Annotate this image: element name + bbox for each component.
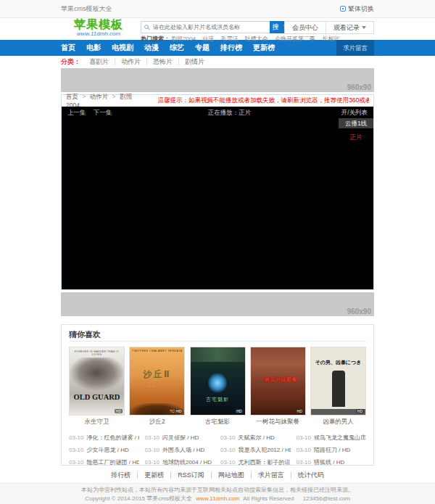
now-playing-label: 正在播放：正片 — [208, 109, 252, 117]
poster-artwork — [70, 358, 124, 391]
player-notice: 温馨提示：如果视频不能播放或者加载失败，请刷新浏览器，推荐使用360或者谷歌浏览… — [158, 96, 369, 105]
poster-tagline: FOREVER IS HARDER THAN IT LOOKS — [70, 350, 124, 356]
update-item[interactable]: 03-10闪灵侦探 / HD — [145, 431, 215, 444]
update-title: 天赋索尔 / HD — [238, 431, 274, 444]
poster-cast-line: TIMOTHEE CHALAMET ZENDAYA — [130, 350, 184, 352]
update-date: 03-10 — [220, 456, 235, 466]
category-drama[interactable]: 剧情片 — [179, 59, 210, 65]
movie-title: 沙丘2 — [129, 418, 185, 426]
breadcrumb-category[interactable]: 动作片 — [90, 93, 109, 100]
update-item[interactable]: 03-10候鸟飞龙之魔鬼山庄 / HD — [297, 431, 367, 444]
request-film-button[interactable]: 求片留言 — [336, 40, 374, 56]
prev-episode-button[interactable]: 上一集 — [67, 109, 86, 116]
chevron-down-icon — [362, 26, 366, 29]
movie-card[interactable]: TIMOTHEE CHALAMET ZENDAYA 沙丘Ⅱ IMAX 3D TC… — [129, 347, 185, 426]
quality-badge: HD — [296, 409, 304, 413]
nav-item-anime[interactable]: 动漫 — [144, 40, 159, 56]
ad-size-label: 960x90 — [347, 307, 371, 315]
update-item[interactable]: 03-10猎狐线 / HD — [297, 456, 367, 466]
nav-item-home[interactable]: 首页 — [61, 40, 75, 56]
copyright-text: Copyright © 2014-2015 苹果cms模板大全 — [85, 495, 192, 502]
nav-item-variety[interactable]: 综艺 — [170, 40, 184, 56]
movie-title: 永生守卫 — [69, 418, 125, 426]
member-box: 会员中心 观看记录 — [284, 21, 374, 34]
nav-item-latest[interactable]: 更新榜 — [253, 40, 275, 56]
update-item[interactable]: 03-10外国杀人场 / HD — [145, 444, 215, 456]
quality-badge: HD — [115, 409, 123, 413]
update-item[interactable]: 03-10陌路狂刀 / HD — [297, 444, 367, 456]
member-center-label: 会员中心 — [292, 22, 318, 33]
lang-switch-label: 繁体切换 — [348, 4, 374, 14]
toggle-playlist-button[interactable]: 开/关列表 — [341, 109, 368, 117]
update-date: 03-10 — [297, 444, 311, 456]
poster-title: 古宅魅影 — [191, 396, 245, 403]
breadcrumb-separator: > — [82, 93, 86, 100]
quality-badge: HD — [356, 409, 364, 413]
footer-link-ranking[interactable]: 排行榜 — [104, 472, 138, 479]
episode-link[interactable]: 正片 — [339, 133, 373, 142]
update-title: 猎狐线 / HD — [314, 456, 344, 466]
movie-poster: 古宅魅影 HD — [190, 347, 246, 416]
poster-title: 沙丘Ⅱ — [130, 368, 184, 381]
footer-disclaimer: 本站为非营利性站点，本站所有内容均来源于互联网相关站点自动搜索采集信息，相关链接… — [0, 486, 435, 495]
next-episode-button[interactable]: 下一集 — [94, 109, 112, 116]
footer-link-request[interactable]: 求片留言 — [252, 472, 291, 479]
footer-site-url[interactable]: www.11dmh.com — [196, 495, 239, 502]
update-title: 地球防线2004 / HD — [162, 456, 212, 466]
movie-poster: FOREVER IS HARDER THAN IT LOOKS OLD GUAR… — [69, 347, 125, 416]
category-action[interactable]: 动作片 — [115, 59, 147, 65]
category-horror[interactable]: 恐怖片 — [147, 59, 179, 65]
nav-item-ranking[interactable]: 排行榜 — [220, 40, 242, 56]
update-title: 陌路狂刀 / HD — [314, 444, 350, 456]
nav-item-movies[interactable]: 电影 — [86, 40, 101, 56]
suggestions-title: 猜你喜欢 — [69, 325, 366, 342]
episode-nav: 上一集 下一集 — [67, 109, 117, 117]
movie-card[interactable]: FOREVER IS HARDER THAN IT LOOKS OLD GUAR… — [69, 347, 125, 426]
ad-size-label: 960x90 — [347, 83, 371, 91]
update-date: 03-10 — [69, 456, 83, 466]
footer-link-stats[interactable]: 统计代码 — [291, 472, 331, 479]
update-item[interactable]: 03-10尤利西斯：影子的诅咒 / HD — [220, 456, 291, 466]
footer-link-rss[interactable]: RSS订阅 — [171, 472, 212, 479]
nav-item-tv[interactable]: 电视剧 — [112, 40, 133, 56]
breadcrumb-home[interactable]: 首页 — [66, 93, 78, 100]
category-comedy[interactable]: 喜剧片 — [83, 59, 115, 65]
movie-card[interactable]: 古宅魅影 HD 古宅魅影 — [190, 347, 246, 426]
rights-text: All Rights Reserved — [243, 495, 294, 502]
update-title: 闪灵侦探 / HD — [162, 431, 199, 444]
update-date: 03-10 — [69, 431, 83, 444]
footer-link-sitemap[interactable]: 网站地图 — [212, 472, 252, 479]
update-title: 候鸟飞龙之魔鬼山庄 / HD — [314, 431, 366, 444]
poster-title: 一树花与妹聚餐 — [251, 376, 305, 384]
update-title: 尤利西斯：影子的诅咒 / HD — [238, 456, 290, 466]
movie-poster: 一树花与妹聚餐 HD — [250, 347, 306, 416]
update-item[interactable]: 03-10险恶工厂的谜团 / HD — [69, 456, 139, 466]
video-player[interactable]: 上一集 下一集 正在播放：正片 开/关列表 云播1线 正片 — [62, 107, 373, 289]
search-icon — [144, 25, 149, 29]
update-title: 净化：红色的谜雾 / HD — [86, 431, 138, 444]
footer: 本站为非营利性站点，本站所有内容均来源于互联网相关站点自动搜索采集信息，相关链接… — [0, 483, 435, 504]
watch-history-dropdown[interactable]: 观看记录 — [326, 22, 373, 33]
header: 苹果模板 www.11dmh.com 搜 索 会员中心 观看记录 热门搜索： 剧… — [0, 18, 435, 40]
update-item[interactable]: 03-10净化：红色的谜雾 / HD — [69, 431, 139, 444]
ad-banner-bottom[interactable]: 960x90 — [61, 292, 374, 316]
member-center-link[interactable]: 会员中心 — [285, 22, 326, 33]
movie-card[interactable]: 一树花与妹聚餐 HD 一树花与妹聚餐 — [250, 347, 306, 426]
ad-banner-top[interactable]: 960x90 — [61, 68, 374, 92]
site-logo[interactable]: 苹果模板 www.11dmh.com — [61, 18, 136, 37]
update-item[interactable]: 03-10少女斗恶龙 / HD — [69, 444, 139, 456]
movie-card[interactable]: その男、凶暴につき HD 凶暴的男人 — [310, 347, 366, 426]
watch-history-label: 观看记录 — [334, 22, 360, 33]
update-item[interactable]: 03-10我是杀人犯2012 / HD — [220, 444, 291, 456]
quality-badge: HD — [235, 409, 243, 413]
update-item[interactable]: 03-10地球防线2004 / HD — [145, 456, 215, 466]
footer-link-latest[interactable]: 更新榜 — [138, 472, 171, 479]
lang-switch-link[interactable]: 繁体切换 — [340, 4, 374, 14]
search-input[interactable] — [141, 21, 270, 33]
footer-copyright: Copyright © 2014-2015 苹果cms模板大全 www.11dm… — [0, 495, 435, 503]
update-date: 03-10 — [297, 431, 311, 444]
nav-item-topics[interactable]: 专题 — [195, 40, 210, 56]
update-item[interactable]: 03-10天赋索尔 / HD — [220, 431, 291, 444]
update-title: 险恶工厂的谜团 / HD — [86, 456, 138, 466]
source-tab[interactable]: 云播1线 — [339, 118, 373, 128]
